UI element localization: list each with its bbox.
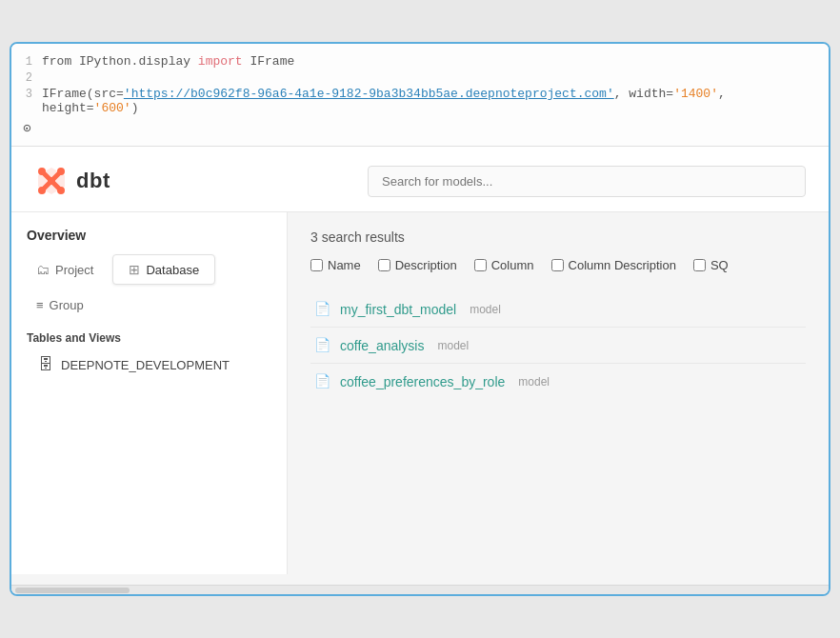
result-list: 📄 my_first_dbt_model model 📄 coffe_analy… [310,291,806,399]
scrollbar-thumb[interactable] [15,588,130,593]
iframe-height-val: '600' [94,101,131,115]
scrollbar-area[interactable] [11,585,829,594]
result-icon-2: 📄 [314,337,330,353]
result-link-3[interactable]: coffee_preferences_by_role [340,374,505,389]
tab-project-label: Project [55,263,93,277]
module-name: IPython.display [79,54,190,69]
filter-column-description-label: Column Description [569,258,676,272]
dbt-main: 3 search results Name Description Column [288,212,829,574]
result-item-1: 📄 my_first_dbt_model model [310,291,806,328]
code-line-3: 3 IFrame(src='https://b0c962f8-96a6-4a1e… [11,86,829,116]
iframe-close: ) [131,101,139,115]
keyword-from: from [42,54,79,69]
result-icon-1: 📄 [314,301,330,317]
database-tab-icon: ⊞ [129,262,140,277]
result-icon-3: 📄 [314,373,330,389]
filter-sq-checkbox[interactable] [693,259,706,271]
code-line-2: 2 [11,70,829,86]
folder-icon: 🗂 [36,262,50,277]
filter-description-label: Description [395,258,457,272]
svg-point-5 [38,187,46,194]
result-badge-2: model [437,339,469,352]
result-item-2: 📄 coffe_analysis model [310,328,806,364]
dbt-search-container [368,166,806,197]
code-line-1: 1 from IPython.display import IFrame [11,53,829,70]
search-results-count: 3 search results [310,229,806,245]
sidebar-overview-title: Overview [11,228,287,254]
result-badge-3: model [518,375,550,389]
line-number-1: 1 [11,55,42,69]
db-item[interactable]: 🗄 DEEPNOTE_DEVELOPMENT [11,350,287,379]
dbt-content: dbt Overview 🗂 Project ⊞ Database [11,147,829,585]
code-content-2 [42,70,50,85]
iframe-call: IFrame(src= [42,87,124,101]
dbt-sidebar: Overview 🗂 Project ⊞ Database ≡ Group Ta… [11,212,288,574]
group-button[interactable]: ≡ Group [21,292,277,318]
filter-name-checkbox[interactable] [310,259,323,271]
code-content-3: IFrame(src='https://b0c962f8-96a6-4a1e-9… [42,87,829,115]
filter-column-description-checkbox[interactable] [551,259,564,271]
filter-description-checkbox[interactable] [378,259,390,271]
result-link-1[interactable]: my_first_dbt_model [340,302,456,317]
tables-views-title: Tables and Views [11,320,287,350]
iframe-url[interactable]: 'https://b0c962f8-96a6-4a1e-9182-9ba3b34… [124,87,614,101]
filter-row: Name Description Column Column Descripti… [310,258,806,272]
check-icon: ⊙ [23,121,30,136]
group-label: Group [50,298,84,312]
result-badge-1: model [470,303,501,316]
dbt-logo: dbt [34,164,110,198]
db-item-label: DEEPNOTE_DEVELOPMENT [61,358,230,372]
filter-column-description[interactable]: Column Description [551,258,676,272]
result-link-2[interactable]: coffe_analysis [340,338,424,353]
dbt-logo-text: dbt [76,169,110,193]
tab-database[interactable]: ⊞ Database [112,254,215,285]
tab-project[interactable]: 🗂 Project [21,254,109,285]
filter-column-label: Column [491,258,534,272]
filter-name-label: Name [328,258,361,272]
line-number-2: 2 [11,71,42,85]
result-item-3: 📄 coffee_preferences_by_role model [310,364,806,399]
check-status: ⊙ [11,116,829,140]
filter-description[interactable]: Description [378,258,457,272]
sidebar-tabs: 🗂 Project ⊞ Database [11,254,287,285]
iframe-width-label: , width= [614,87,673,101]
filter-name[interactable]: Name [310,258,361,272]
db-icon: 🗄 [38,356,53,373]
dbt-body: Overview 🗂 Project ⊞ Database ≡ Group Ta… [11,212,829,574]
svg-point-7 [48,177,55,185]
tab-database-label: Database [146,263,199,277]
dbt-header: dbt [11,147,829,212]
filter-sq-label: SQ [710,258,729,272]
svg-point-4 [57,168,65,175]
class-name: IFrame [250,54,294,69]
code-content-1: from IPython.display import IFrame [42,54,294,69]
svg-point-6 [57,187,65,194]
dbt-logo-icon [34,164,69,198]
keyword-import: import [190,54,250,69]
group-icon: ≡ [36,298,44,312]
filter-sq[interactable]: SQ [693,258,729,272]
code-section: 1 from IPython.display import IFrame 2 3… [11,44,829,147]
svg-point-3 [38,168,46,175]
main-frame: 1 from IPython.display import IFrame 2 3… [10,42,830,596]
line-number-3: 3 [11,88,42,101]
iframe-width-val: '1400' [673,87,718,101]
filter-column[interactable]: Column [474,258,534,272]
search-input[interactable] [368,166,806,197]
filter-column-checkbox[interactable] [474,259,487,271]
